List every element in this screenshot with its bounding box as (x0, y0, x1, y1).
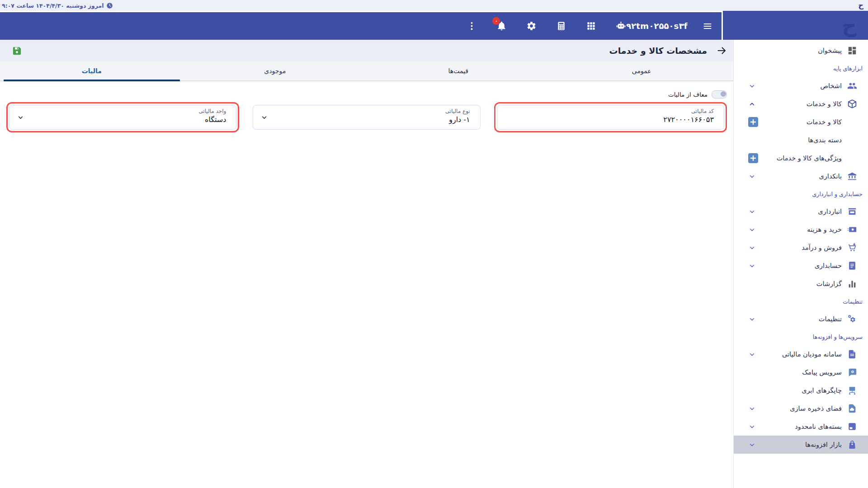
sidebar-item-label: خرید و هزینه (807, 226, 842, 233)
store-icon (847, 206, 857, 216)
tax-exempt-row: معاف از مالیات (6, 90, 727, 99)
sidebar-subitem-products-services[interactable]: کالا و خدمات (734, 113, 868, 131)
calculator-icon (556, 21, 566, 31)
cube-icon (847, 99, 857, 109)
add-icon[interactable] (748, 117, 758, 127)
tab-general[interactable]: عمومی (550, 61, 734, 80)
sidebar-item-unlimited-packages[interactable]: بسته‌های نامحدود (734, 418, 868, 436)
chevron-down-icon[interactable] (748, 262, 756, 270)
field-value: ۱- دارو (263, 115, 470, 124)
sidebar-item-sms-service[interactable]: سرویس پیامک (734, 363, 868, 381)
tab-stock[interactable]: موجودی (184, 61, 367, 80)
support-bot-icon (616, 21, 626, 31)
chevron-up-icon[interactable] (748, 100, 756, 108)
sidebar-item-dashboard[interactable]: پیشخوان (734, 42, 868, 60)
sidebar-item-label: کالا و خدمات (807, 118, 842, 126)
field-label: کد مالیاتی (507, 108, 714, 114)
chevron-down-icon[interactable] (748, 173, 756, 180)
sidebar-item-label: دسته بندی‌ها (808, 136, 842, 144)
tax-code-field-highlight: کد مالیاتی۲۷۲۰۰۰۰۱۶۶۰۵۳ (494, 102, 727, 132)
apps-icon[interactable] (586, 21, 596, 31)
save-button[interactable] (12, 46, 22, 56)
section-label: تنظیمات (843, 298, 863, 305)
sidebar-item-cloud-printers[interactable]: چاپگرهای ابری (734, 381, 868, 399)
sidebar-item-tax-payers-system[interactable]: سامانه مودیان مالیاتی (734, 345, 868, 363)
tax-code-field[interactable]: کد مالیاتی۲۷۲۰۰۰۰۱۶۶۰۵۳ (497, 105, 724, 130)
tax-exempt-toggle[interactable] (712, 90, 727, 99)
sidebar-item-label: سرویس پیامک (802, 369, 842, 376)
workspace-id[interactable]: ۹۲tm۰۲۵۵۰s۳f (626, 21, 688, 31)
cart-icon (847, 243, 857, 253)
packages-icon (847, 422, 857, 432)
sidebar-item-label: اشخاص (821, 82, 842, 89)
back-arrow-icon[interactable] (716, 45, 727, 56)
people-icon (847, 81, 857, 91)
tax-unit-field-highlight: واحد مالیاتیدستگاه (6, 102, 239, 132)
menu-icon[interactable] (702, 21, 713, 32)
toggle-knob (721, 91, 726, 97)
settings-icon[interactable] (526, 21, 537, 31)
chevron-down-icon[interactable] (748, 226, 756, 234)
sidebar: پیشخوانابزارهای پایهاشخاصکالا و خدماتکال… (733, 40, 868, 488)
sidebar-item-banking[interactable]: بانکداری (734, 167, 868, 185)
tax-type-field[interactable]: نوع مالیاتی۱- دارو (253, 105, 480, 130)
sidebar-section-settings: تنظیمات (734, 293, 868, 310)
sidebar-item-label: بانکداری (819, 173, 842, 180)
sidebar-section-accounting-inventory: حسابداری و انبارداری (734, 185, 868, 202)
tax-fields-row: کد مالیاتی۲۷۲۰۰۰۰۱۶۶۰۵۳نوع مالیاتی۱- دار… (6, 102, 727, 132)
apps-icon (586, 21, 596, 31)
sidebar-subitem-categories[interactable]: دسته بندی‌ها (734, 131, 868, 149)
app-window: ح امروز دوشنبه ۱۴۰۴/۴/۳۰ ساعت ۹:۰۷ ح ۹۲t… (0, 0, 868, 488)
sidebar-subitem-product-attributes[interactable]: ویژگی‌های کالا و خدمات (734, 149, 868, 167)
section-label: سرویس‌ها و افزونه‌ها (813, 333, 863, 340)
gears-icon (847, 314, 857, 324)
section-label: حسابداری و انبارداری (812, 191, 863, 197)
navbar-actions: ۰ (467, 21, 626, 31)
page-title: مشخصات کالا و خدمات (609, 46, 707, 56)
sidebar-item-settings[interactable]: تنظیمات (734, 310, 868, 328)
page-header-title-group: مشخصات کالا و خدمات (609, 45, 727, 56)
add-icon[interactable] (748, 153, 758, 163)
sidebar-item-label: گزارشات (816, 280, 842, 287)
tab-bar: عمومیقیمت‌هاموجودیمالیات (0, 61, 733, 81)
more-options-icon[interactable] (467, 21, 477, 31)
sidebar-item-people[interactable]: اشخاص (734, 77, 868, 95)
tax-doc-icon (847, 349, 857, 359)
settings-icon (526, 21, 537, 31)
chevron-down-icon[interactable] (748, 441, 756, 449)
tab-label: مالیات (82, 67, 102, 75)
chevron-down-icon[interactable] (748, 351, 756, 358)
sidebar-item-reports[interactable]: گزارشات (734, 275, 868, 293)
calculator-icon[interactable] (556, 21, 566, 31)
tax-unit-field[interactable]: واحد مالیاتیدستگاه (9, 105, 236, 130)
sidebar-item-label: حسابداری (815, 262, 842, 269)
sidebar-item-purchases-expenses[interactable]: خرید و هزینه (734, 221, 868, 239)
chevron-down-icon[interactable] (748, 208, 756, 216)
chevron-down-icon[interactable] (748, 82, 756, 90)
tab-prices[interactable]: قیمت‌ها (367, 61, 550, 80)
sidebar-item-sales-income[interactable]: فروش و درآمد (734, 239, 868, 257)
bell-icon[interactable]: ۰ (496, 21, 507, 31)
field-label: واحد مالیاتی (19, 108, 226, 114)
sidebar-section-basic-tools: ابزارهای پایه (734, 60, 868, 77)
chevron-down-icon[interactable] (748, 423, 756, 431)
chevron-down-icon[interactable] (748, 244, 756, 252)
sidebar-item-accounting[interactable]: حسابداری (734, 257, 868, 275)
tab-tax[interactable]: مالیات (0, 61, 184, 80)
sidebar-item-addons-market[interactable]: بازار افزونه‌ها (734, 436, 868, 454)
sidebar-item-label: بازار افزونه‌ها (805, 441, 842, 448)
sidebar-item-products-services[interactable]: کالا و خدمات (734, 95, 868, 113)
navbar: ۹۲tm۰۲۵۵۰s۳f ۰ (0, 12, 722, 40)
dashboard-icon (847, 46, 857, 56)
sidebar-section-services-addons: سرویس‌ها و افزونه‌ها (734, 328, 868, 345)
sidebar-item-label: پیشخوان (818, 47, 842, 54)
sidebar-item-inventory[interactable]: انبارداری (734, 202, 868, 221)
tab-label: عمومی (632, 67, 651, 75)
journal-icon (847, 261, 857, 271)
sidebar-item-label: فروش و درآمد (802, 244, 842, 251)
sidebar-item-label: تنظیمات (819, 315, 842, 323)
chevron-down-icon[interactable] (748, 405, 756, 413)
sidebar-item-storage-space[interactable]: فضای ذخیره سازی (734, 399, 868, 418)
support-bot-icon[interactable] (616, 21, 626, 31)
chevron-down-icon[interactable] (748, 315, 756, 323)
